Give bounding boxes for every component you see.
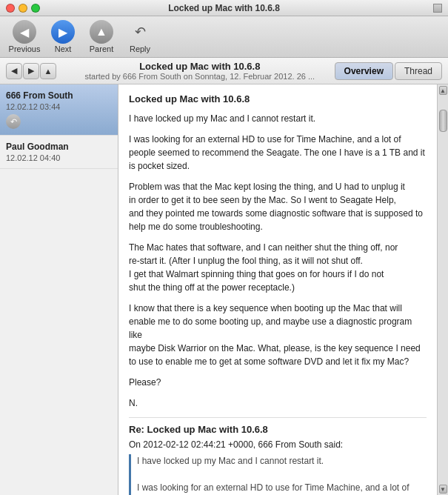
close-button[interactable] [6, 4, 15, 13]
nav-left-small[interactable]: ◀ [6, 63, 22, 79]
main-area: 666 From South 12.02.12 03:44 ↶ Paul Goo… [0, 84, 448, 495]
title-bar: Locked up Mac with 10.6.8 [0, 0, 448, 16]
scrollbar-thumb[interactable] [439, 110, 447, 132]
body-p7: N. [129, 396, 427, 410]
message-body-1: I have locked up my Mac and I cannot res… [129, 112, 427, 410]
subheader-subject: Locked up Mac with 10.6.8 [65, 61, 335, 72]
body-p2: I was looking for an external HD to use … [129, 133, 427, 173]
toolbar: ◀ Previous ▶ Next ▲ Parent ↶ Reply [0, 16, 448, 58]
message-subject-1: Locked up Mac with 10.6.8 [129, 93, 427, 104]
message-intro-2: On 2012-02-12 02:44:21 +0000, 666 From S… [129, 439, 427, 450]
subheader-tabs: Overview Thread [335, 62, 442, 80]
minimize-button[interactable] [19, 4, 27, 13]
maximize-button[interactable] [31, 4, 40, 13]
message-list-item-1[interactable]: 666 From South 12.02.12 03:44 ↶ [0, 84, 118, 136]
parent-label: Parent [90, 44, 113, 53]
message-list-item-2[interactable]: Paul Goodman 12.02.12 04:40 [0, 136, 118, 169]
scrollbar-down-arrow[interactable]: ▼ [439, 485, 447, 494]
message-quote-2: I have locked up my Mac and I cannot res… [129, 454, 427, 495]
subheader: ◀ ▶ ▲ Locked up Mac with 10.6.8 started … [0, 58, 448, 84]
previous-icon: ◀ [13, 20, 36, 44]
next-label: Next [55, 44, 72, 53]
body-p1: I have locked up my Mac and I cannot res… [129, 112, 427, 125]
body-p4: The Mac hates that software, and I can n… [129, 241, 427, 294]
nav-right-small[interactable]: ▶ [23, 63, 39, 79]
body-p6: Please? [129, 376, 427, 389]
parent-icon: ▲ [90, 20, 113, 44]
previous-button[interactable]: ◀ Previous [6, 19, 43, 55]
previous-label: Previous [9, 44, 41, 53]
reply-icon-1: ↶ [6, 114, 21, 129]
message-list: 666 From South 12.02.12 03:44 ↶ Paul Goo… [0, 84, 118, 495]
sender-1: 666 From South [6, 90, 112, 101]
body-p5: I know that there is a key sequence when… [129, 302, 427, 368]
message-subject-2: Re: Locked up Mac with 10.6.8 [129, 424, 427, 435]
resize-handle[interactable] [433, 4, 442, 13]
subheader-info: Locked up Mac with 10.6.8 started by 666… [65, 61, 335, 81]
subheader-nav: ◀ ▶ ▲ [6, 63, 56, 79]
parent-button[interactable]: ▲ Parent [83, 19, 120, 55]
next-icon: ▶ [51, 20, 75, 44]
next-button[interactable]: ▶ Next [44, 19, 81, 55]
scrollbar[interactable]: ▲ ▼ [437, 84, 448, 495]
message-content: Locked up Mac with 10.6.8 I have locked … [118, 84, 437, 495]
body-p3: Problem was that the Mac kept losing the… [129, 180, 427, 233]
date-1: 12.02.12 03:44 [6, 102, 112, 111]
date-2: 12.02.12 04:40 [6, 153, 112, 162]
window-controls [6, 4, 40, 13]
scrollbar-up-arrow[interactable]: ▲ [439, 86, 447, 95]
sender-2: Paul Goodman [6, 142, 112, 152]
message-divider [129, 417, 427, 418]
tab-thread[interactable]: Thread [395, 62, 442, 80]
nav-up-small[interactable]: ▲ [40, 63, 56, 79]
reply-label: Reply [130, 44, 150, 53]
tab-overview[interactable]: Overview [335, 62, 393, 80]
reply-icon: ↶ [128, 20, 152, 44]
window-title: Locked up Mac with 10.6.8 [168, 3, 280, 13]
subheader-meta: started by 666 From South on Sonntag, 12… [65, 72, 335, 81]
reply-button[interactable]: ↶ Reply [121, 19, 158, 55]
